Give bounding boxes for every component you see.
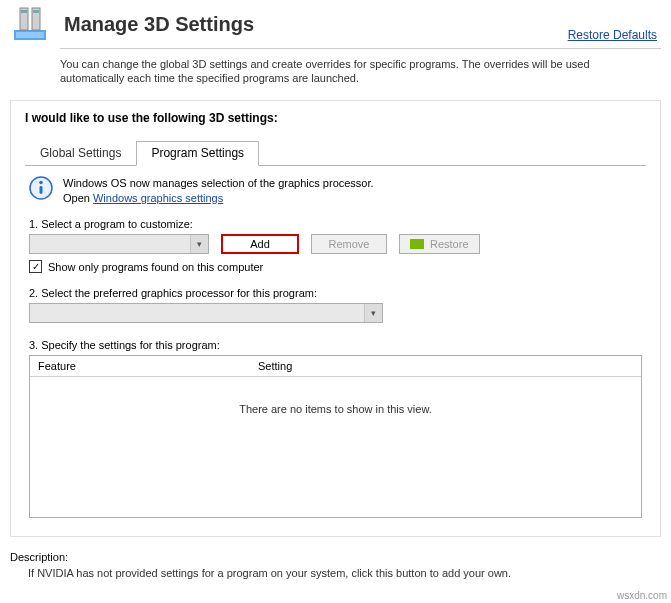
description-label: Description: (10, 551, 661, 563)
step1-label: 1. Select a program to customize: (29, 218, 642, 230)
svg-rect-1 (16, 32, 44, 38)
windows-graphics-settings-link[interactable]: Windows graphics settings (93, 192, 223, 204)
intro-text: You can change the global 3D settings an… (0, 49, 671, 94)
page-title: Manage 3D Settings (64, 13, 254, 36)
show-only-found-label: Show only programs found on this compute… (48, 261, 263, 273)
nvidia-3d-icon (10, 4, 50, 44)
column-setting[interactable]: Setting (250, 356, 641, 376)
add-button[interactable]: Add (221, 234, 299, 254)
show-only-found-checkbox[interactable]: ✓ (29, 260, 42, 273)
restore-defaults-link[interactable]: Restore Defaults (568, 28, 657, 42)
nvidia-icon (410, 239, 424, 249)
step2-label: 2. Select the preferred graphics process… (29, 287, 642, 299)
chevron-down-icon: ▾ (190, 235, 208, 253)
processor-select[interactable]: ▾ (29, 303, 383, 323)
svg-rect-7 (40, 186, 43, 194)
info-icon (29, 176, 53, 200)
info-line: Windows OS now manages selection of the … (63, 177, 374, 189)
tab-global-settings[interactable]: Global Settings (25, 141, 136, 165)
remove-button: Remove (311, 234, 387, 254)
column-feature[interactable]: Feature (30, 356, 250, 376)
info-open: Open (63, 192, 93, 204)
step3-label: 3. Specify the settings for this program… (29, 339, 642, 351)
chevron-down-icon: ▾ (364, 304, 382, 322)
svg-rect-4 (21, 10, 27, 13)
svg-point-8 (39, 180, 43, 184)
svg-rect-5 (33, 10, 39, 13)
program-select[interactable]: ▾ (29, 234, 209, 254)
tab-program-settings[interactable]: Program Settings (136, 141, 259, 166)
description-body: If NVIDIA has not provided settings for … (28, 567, 661, 579)
restore-button: Restore (399, 234, 480, 254)
settings-table: Feature Setting There are no items to sh… (29, 355, 642, 518)
info-text: Windows OS now manages selection of the … (63, 176, 374, 207)
panel-heading: I would like to use the following 3D set… (25, 111, 646, 125)
settings-empty: There are no items to show in this view. (30, 377, 641, 517)
settings-panel: I would like to use the following 3D set… (10, 100, 661, 538)
tabs: Global Settings Program Settings (25, 141, 646, 166)
